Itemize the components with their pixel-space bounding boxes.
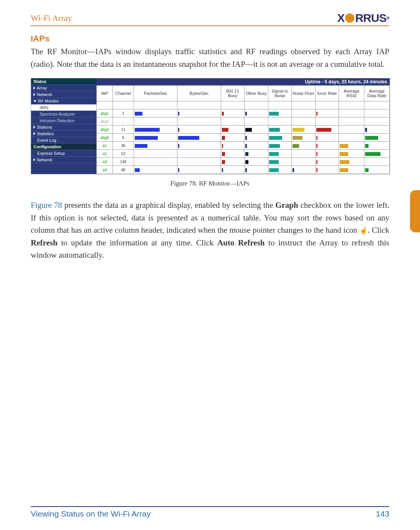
- col-bytes[interactable]: Bytes/Sec: [177, 86, 221, 101]
- table-row: abg311: [97, 126, 390, 134]
- channel-cell: 52: [113, 150, 134, 158]
- iap-cell: abg1: [97, 109, 113, 118]
- logo-dot-icon: [345, 13, 354, 23]
- col-avg-data-rate[interactable]: Average Data Rate: [364, 86, 390, 101]
- iap-cell: abg4: [97, 134, 113, 142]
- page-number: 143: [376, 509, 389, 518]
- table-row: abg11: [97, 109, 390, 118]
- iap-table: IAP Channel Packets/Sec Bytes/Sec 802.11…: [96, 85, 390, 174]
- auto-refresh-label: Auto Refresh: [217, 238, 265, 247]
- nav-sidebar: Status Array Network RF Monitor IAPs Spe…: [31, 78, 96, 174]
- figure-link[interactable]: Figure 78: [31, 200, 62, 210]
- sidebar-status[interactable]: Status: [31, 78, 96, 85]
- sidebar-item-iaps[interactable]: IAPs: [31, 104, 96, 111]
- iap-cell: abg2: [97, 118, 113, 126]
- description-paragraph: Figure 78 presents the data as a graphic…: [31, 199, 389, 262]
- refresh-label: Refresh: [31, 238, 58, 247]
- section-tab: [410, 190, 420, 232]
- graph-label: Graph: [275, 200, 298, 210]
- sidebar-configuration[interactable]: Configuration: [31, 144, 96, 150]
- col-iap[interactable]: IAP: [97, 86, 113, 101]
- registered-icon: ®: [386, 15, 389, 21]
- intro-paragraph: The RF Monitor—IAPs window displays traf…: [31, 45, 389, 70]
- table-row: abg2-: [97, 118, 390, 126]
- header-title: Wi-Fi Array: [31, 13, 72, 23]
- sidebar-item-spectrum[interactable]: Spectrum Analyzer: [31, 111, 96, 118]
- logo-text-left: X: [337, 12, 344, 25]
- channel-cell: 149: [113, 158, 134, 166]
- logo-text-right: RRUS: [355, 12, 386, 25]
- col-other-busy[interactable]: Other Busy: [245, 86, 268, 101]
- table-header-row: IAP Channel Packets/Sec Bytes/Sec 802.11…: [97, 86, 390, 101]
- scale-row: 0OK 0OK 0%100% 0%100% 030 -95-70 0%100% …: [97, 101, 390, 109]
- sidebar-item-stations[interactable]: Stations: [31, 124, 96, 131]
- col-error-rate[interactable]: Error Rate: [315, 86, 339, 101]
- channel-cell: 36: [113, 142, 134, 150]
- channel-cell: 1: [113, 109, 134, 118]
- sidebar-item-network2[interactable]: Network: [31, 157, 96, 163]
- footer-text: Viewing Status on the Wi-Fi Array: [31, 509, 150, 518]
- table-row: a136: [97, 142, 390, 150]
- col-snr[interactable]: Signal to Noise: [268, 86, 292, 101]
- figure-caption: Figure 78. RF Monitor—IAPs: [31, 180, 389, 187]
- uptime-bar: Uptime - 5 days, 23 hours, 24 minutes: [96, 78, 390, 85]
- hand-icon: ☝: [359, 225, 368, 236]
- col-avg-rssi[interactable]: Average RSSI: [339, 86, 364, 101]
- channel-cell: 6: [113, 134, 134, 142]
- channel-cell: -: [113, 118, 134, 126]
- figure-78: Status Array Network RF Monitor IAPs Spe…: [31, 78, 390, 174]
- table-row: a252: [97, 150, 390, 158]
- sidebar-item-rfmonitor[interactable]: RF Monitor: [31, 98, 96, 104]
- col-channel[interactable]: Channel: [113, 86, 134, 101]
- channel-cell: 40: [113, 166, 134, 174]
- iap-cell: a3: [97, 158, 113, 166]
- sidebar-item-intrusion[interactable]: Intrusion Detection: [31, 118, 96, 124]
- iap-cell: a1: [97, 142, 113, 150]
- page-footer: Viewing Status on the Wi-Fi Array 143: [31, 506, 389, 518]
- figure-main: Uptime - 5 days, 23 hours, 24 minutes IA…: [96, 78, 390, 174]
- iap-cell: a4: [97, 166, 113, 174]
- table-row: a3149: [97, 158, 390, 166]
- col-packets[interactable]: Packets/Sec: [134, 86, 177, 101]
- sidebar-item-network[interactable]: Network: [31, 91, 96, 98]
- table-row: a440: [97, 166, 390, 174]
- logo: X RRUS ®: [337, 12, 389, 25]
- table-row: abg46: [97, 134, 390, 142]
- sidebar-item-array[interactable]: Array: [31, 85, 96, 91]
- section-heading: IAPs: [31, 34, 389, 44]
- iap-cell: abg3: [97, 126, 113, 134]
- col-80211-busy[interactable]: 802.11 Busy: [221, 86, 245, 101]
- col-noise-floor[interactable]: Noise Floor: [292, 86, 316, 101]
- channel-cell: 11: [113, 126, 134, 134]
- sidebar-item-eventlog[interactable]: Event Log: [31, 137, 96, 144]
- iap-cell: a2: [97, 150, 113, 158]
- sidebar-item-express[interactable]: Express Setup: [31, 150, 96, 157]
- page-header: Wi-Fi Array X RRUS ®: [31, 12, 389, 26]
- sidebar-item-statistics[interactable]: Statistics: [31, 131, 96, 137]
